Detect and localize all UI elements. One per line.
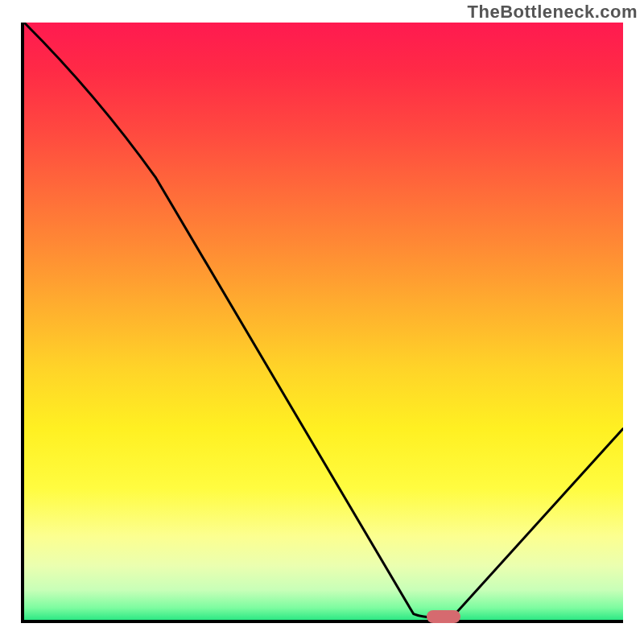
line-overlay [24, 23, 623, 620]
bottleneck-curve [24, 23, 623, 617]
chart-container: TheBottleneck.com [0, 0, 644, 644]
chart-plot-area [21, 23, 623, 623]
watermark-text: TheBottleneck.com [468, 2, 638, 23]
optimal-marker [427, 610, 460, 623]
